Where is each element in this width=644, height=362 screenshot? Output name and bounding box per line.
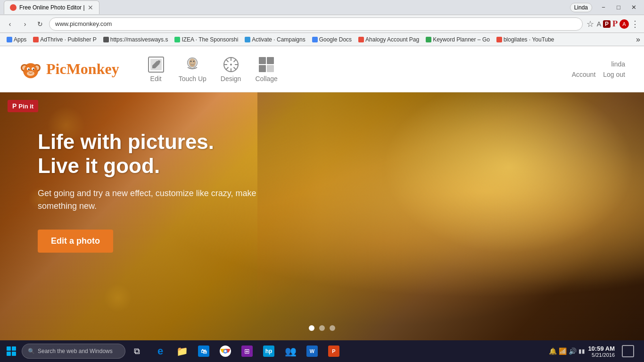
system-tray: 🔔 📶 🔊 ▮▮ 10:59 AM 5/21/2016	[545, 341, 642, 362]
battery-icon[interactable]: ▮▮	[578, 348, 585, 354]
bookmark-googledocs-label: Google Docs	[319, 36, 352, 43]
reload-button[interactable]: ↻	[34, 18, 46, 30]
nav-item-touchup[interactable]: Touch Up	[179, 56, 206, 82]
address-bar: ‹ › ↻ www.picmonkey.com ☆ A P 𝐏 A ⋮	[0, 15, 644, 33]
keyword-favicon	[426, 37, 431, 42]
pinit-button[interactable]: P Pin it	[8, 100, 38, 112]
bookmarks-more-button[interactable]: »	[636, 35, 640, 44]
account-link[interactable]: Account	[572, 71, 596, 78]
bookmark-blogilates[interactable]: blogilates · YouTube	[494, 35, 557, 44]
hp-button[interactable]: hp	[258, 341, 279, 362]
main-nav: Edit Touch Up	[148, 56, 572, 82]
taskbar-search[interactable]: 🔍 Search the web and Windows	[22, 344, 125, 359]
logout-link[interactable]: Log out	[603, 71, 625, 78]
hero-section: P Pin it Life with pictures. Live it goo…	[0, 92, 644, 340]
site-header: PicMonkey Edit	[0, 46, 644, 92]
carousel-dot-2[interactable]	[319, 325, 325, 331]
volume-icon[interactable]: 🔊	[569, 347, 577, 355]
svg-rect-34	[267, 65, 274, 72]
app6-button[interactable]: ⊞	[237, 341, 257, 362]
apps-favicon	[7, 37, 12, 42]
edge-button[interactable]: e	[150, 341, 171, 362]
bookmark-ahalogy[interactable]: Ahalogy Account Pag	[355, 35, 422, 44]
nav-item-collage[interactable]: Collage	[255, 56, 277, 82]
bookmark-googledocs[interactable]: Google Docs	[309, 35, 355, 44]
pinit-label: Pin it	[18, 103, 33, 110]
user-links: Account Log out	[572, 71, 625, 78]
people-button[interactable]: 👥	[280, 341, 301, 362]
store-button[interactable]: 🛍	[193, 341, 214, 362]
minimize-button[interactable]: −	[597, 1, 610, 14]
logo-text: PicMonkey	[46, 60, 119, 78]
browser-titlebar: Free Online Photo Editor | ✕ Linda − □ ✕	[0, 0, 644, 15]
bookmark-apps[interactable]: Apps	[4, 35, 29, 44]
carousel-dot-3[interactable]	[330, 325, 335, 331]
nav-item-edit[interactable]: Edit	[148, 56, 165, 82]
maximize-button[interactable]: □	[612, 1, 625, 14]
nav-touchup-label: Touch Up	[179, 75, 206, 82]
bookmark-activate[interactable]: Activate · Campaigns	[242, 35, 308, 44]
hero-subtitle: Get going and try a new effect, customiz…	[38, 187, 264, 213]
carousel-dots	[309, 325, 335, 331]
design-icon	[223, 56, 239, 73]
pinterest-icon[interactable]: 𝐏	[611, 18, 619, 30]
bookmark-adthrive-label: AdThrive · Publisher P	[40, 36, 96, 43]
carousel-dot-1[interactable]	[309, 325, 314, 331]
nav-design-label: Design	[221, 75, 241, 82]
tab-favicon	[10, 4, 17, 11]
start-button[interactable]	[2, 342, 21, 361]
touchup-icon	[184, 56, 201, 73]
explorer-icon: 📁	[176, 345, 188, 357]
tray-icon-1[interactable]: 🔔	[549, 347, 557, 355]
hero-title-line2: Live it good.	[38, 154, 160, 177]
chrome-button[interactable]	[215, 341, 236, 362]
nav-item-design[interactable]: Design	[221, 56, 241, 82]
active-tab[interactable]: Free Online Photo Editor | ✕	[4, 0, 99, 14]
massivesways-favicon	[103, 37, 109, 42]
monkey-icon	[19, 58, 42, 81]
svg-rect-32	[267, 57, 274, 64]
site-wrapper: PicMonkey Edit	[0, 46, 644, 340]
activate-favicon	[245, 37, 250, 42]
forward-button[interactable]: ›	[19, 18, 31, 30]
url-bar[interactable]: www.picmonkey.com	[49, 17, 583, 31]
svg-point-20	[193, 60, 195, 62]
bookmark-massivesways[interactable]: https://massivesways.s	[100, 35, 171, 44]
tab-title: Free Online Photo Editor |	[19, 4, 85, 11]
explorer-button[interactable]: 📁	[172, 341, 192, 362]
url-text: www.picmonkey.com	[55, 20, 112, 27]
nav-edit-label: Edit	[150, 75, 162, 82]
tab-close-button[interactable]: ✕	[88, 4, 93, 11]
word-button[interactable]: W	[302, 341, 322, 362]
task-view-button[interactable]: ⧉	[126, 341, 147, 362]
another-ext-icon[interactable]: A	[619, 19, 629, 29]
back-button[interactable]: ‹	[4, 18, 16, 30]
svg-point-22	[230, 64, 232, 66]
reader-mode-icon[interactable]: A	[596, 19, 602, 29]
hero-content: Life with pictures. Live it good. Get go…	[38, 130, 264, 253]
bookmark-izea-label: IZEA · The Sponsorshi	[182, 36, 238, 43]
bookmark-massivesways-label: https://massivesways.s	[110, 36, 168, 43]
more-button[interactable]: ⋮	[630, 18, 640, 30]
powerpoint-button[interactable]: P	[323, 341, 344, 362]
action-center-button[interactable]	[618, 341, 638, 362]
windows-icon	[7, 346, 16, 356]
search-placeholder: Search the web and Windows	[38, 348, 113, 354]
nav-collage-label: Collage	[255, 75, 277, 82]
bookmark-star-icon[interactable]: ☆	[586, 18, 595, 30]
bookmark-adthrive[interactable]: AdThrive · Publisher P	[30, 35, 99, 44]
network-icon[interactable]: 📶	[559, 347, 567, 355]
clock-time: 10:59 AM	[588, 345, 615, 352]
site-logo[interactable]: PicMonkey	[19, 58, 119, 81]
edge-icon: e	[154, 345, 166, 357]
bookmark-izea[interactable]: IZEA · The Sponsorshi	[172, 35, 241, 44]
edit-icon	[148, 56, 165, 73]
close-button[interactable]: ✕	[627, 1, 640, 14]
bookmark-keyword[interactable]: Keyword Planner – Go	[423, 35, 493, 44]
edit-photo-button[interactable]: Edit a photo	[38, 230, 113, 253]
word-icon: W	[306, 346, 318, 357]
svg-rect-33	[259, 65, 266, 72]
extensions-icon[interactable]: P	[603, 20, 611, 28]
clock-area[interactable]: 10:59 AM 5/21/2016	[588, 345, 615, 358]
bookmark-keyword-label: Keyword Planner – Go	[433, 36, 490, 43]
